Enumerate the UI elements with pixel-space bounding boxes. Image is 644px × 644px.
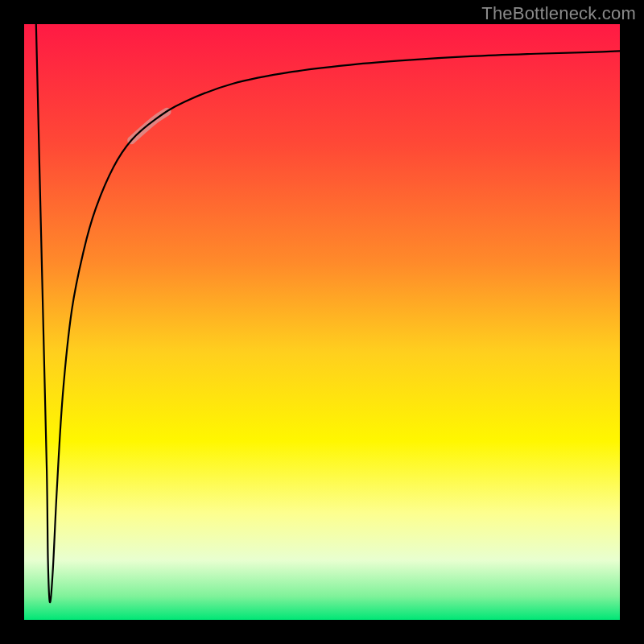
plot-background — [24, 24, 620, 620]
chart-container: TheBottleneck.com — [0, 0, 644, 644]
chart-svg — [0, 0, 644, 644]
watermark-text: TheBottleneck.com — [481, 3, 636, 24]
